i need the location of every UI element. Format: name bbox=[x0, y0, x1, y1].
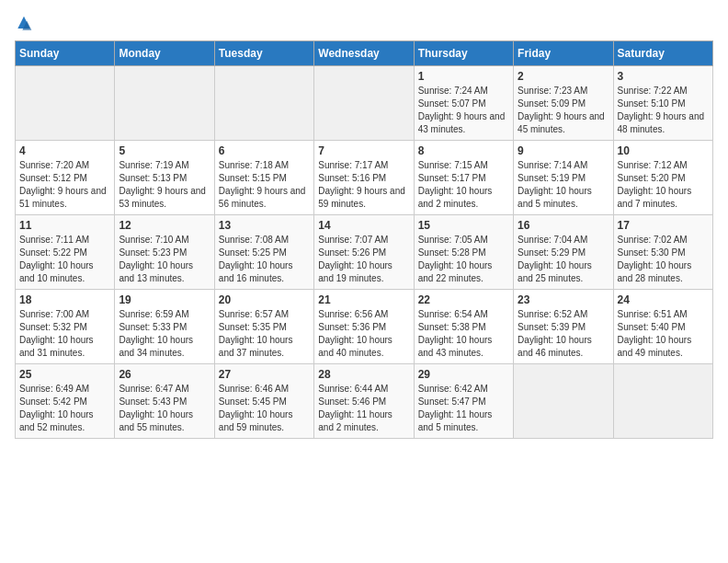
calendar-cell: 16Sunrise: 7:04 AMSunset: 5:29 PMDayligh… bbox=[514, 215, 613, 290]
day-number: 11 bbox=[19, 219, 110, 232]
day-number: 8 bbox=[418, 144, 509, 157]
weekday-header-wednesday: Wednesday bbox=[314, 41, 414, 66]
day-number: 27 bbox=[219, 368, 310, 381]
calendar-cell: 8Sunrise: 7:15 AMSunset: 5:17 PMDaylight… bbox=[414, 141, 513, 215]
day-number: 1 bbox=[418, 70, 509, 83]
day-info: Sunrise: 7:24 AMSunset: 5:07 PMDaylight:… bbox=[418, 85, 509, 136]
day-number: 17 bbox=[618, 219, 709, 232]
day-info: Sunrise: 7:17 AMSunset: 5:16 PMDaylight:… bbox=[318, 159, 409, 211]
day-number: 9 bbox=[518, 144, 609, 157]
day-number: 13 bbox=[219, 219, 310, 232]
calendar-week-row: 25Sunrise: 6:49 AMSunset: 5:42 PMDayligh… bbox=[16, 364, 713, 439]
day-info: Sunrise: 6:42 AMSunset: 5:47 PMDaylight:… bbox=[418, 383, 509, 434]
day-info: Sunrise: 6:54 AMSunset: 5:38 PMDaylight:… bbox=[418, 308, 509, 360]
calendar-week-row: 18Sunrise: 7:00 AMSunset: 5:32 PMDayligh… bbox=[16, 290, 713, 364]
page-header bbox=[15, 15, 713, 33]
day-number: 21 bbox=[318, 293, 409, 306]
calendar-cell bbox=[514, 364, 613, 439]
day-info: Sunrise: 7:23 AMSunset: 5:09 PMDaylight:… bbox=[518, 85, 609, 136]
day-number: 6 bbox=[219, 144, 310, 157]
day-number: 20 bbox=[219, 293, 310, 306]
day-info: Sunrise: 7:11 AMSunset: 5:22 PMDaylight:… bbox=[19, 234, 110, 285]
calendar-cell: 9Sunrise: 7:14 AMSunset: 5:19 PMDaylight… bbox=[514, 141, 613, 215]
day-info: Sunrise: 7:18 AMSunset: 5:15 PMDaylight:… bbox=[219, 159, 310, 211]
day-info: Sunrise: 7:22 AMSunset: 5:10 PMDaylight:… bbox=[618, 85, 709, 136]
general-blue-icon bbox=[15, 15, 33, 33]
day-number: 22 bbox=[418, 293, 509, 306]
day-number: 26 bbox=[119, 368, 210, 381]
calendar-cell bbox=[613, 364, 712, 439]
day-number: 15 bbox=[418, 219, 509, 232]
calendar-cell: 21Sunrise: 6:56 AMSunset: 5:36 PMDayligh… bbox=[314, 290, 414, 364]
calendar-cell: 10Sunrise: 7:12 AMSunset: 5:20 PMDayligh… bbox=[613, 141, 712, 215]
day-info: Sunrise: 6:47 AMSunset: 5:43 PMDaylight:… bbox=[119, 383, 210, 434]
weekday-header-thursday: Thursday bbox=[414, 41, 513, 66]
calendar-cell: 22Sunrise: 6:54 AMSunset: 5:38 PMDayligh… bbox=[414, 290, 513, 364]
day-info: Sunrise: 6:56 AMSunset: 5:36 PMDaylight:… bbox=[318, 308, 409, 360]
day-info: Sunrise: 7:02 AMSunset: 5:30 PMDaylight:… bbox=[618, 234, 709, 285]
day-info: Sunrise: 7:04 AMSunset: 5:29 PMDaylight:… bbox=[518, 234, 609, 285]
day-number: 19 bbox=[119, 293, 210, 306]
day-info: Sunrise: 6:44 AMSunset: 5:46 PMDaylight:… bbox=[318, 383, 409, 434]
day-info: Sunrise: 6:51 AMSunset: 5:40 PMDaylight:… bbox=[618, 308, 709, 360]
calendar-cell: 14Sunrise: 7:07 AMSunset: 5:26 PMDayligh… bbox=[314, 215, 414, 290]
calendar-week-row: 1Sunrise: 7:24 AMSunset: 5:07 PMDaylight… bbox=[16, 66, 713, 141]
day-number: 4 bbox=[19, 144, 110, 157]
calendar-header-row: SundayMondayTuesdayWednesdayThursdayFrid… bbox=[16, 41, 713, 66]
day-info: Sunrise: 7:12 AMSunset: 5:20 PMDaylight:… bbox=[618, 159, 709, 211]
day-number: 18 bbox=[19, 293, 110, 306]
calendar-cell: 1Sunrise: 7:24 AMSunset: 5:07 PMDaylight… bbox=[414, 66, 513, 141]
day-number: 28 bbox=[318, 368, 409, 381]
calendar-cell: 4Sunrise: 7:20 AMSunset: 5:12 PMDaylight… bbox=[16, 141, 115, 215]
weekday-header-sunday: Sunday bbox=[16, 41, 115, 66]
day-number: 7 bbox=[318, 144, 409, 157]
calendar-week-row: 11Sunrise: 7:11 AMSunset: 5:22 PMDayligh… bbox=[16, 215, 713, 290]
calendar-cell: 12Sunrise: 7:10 AMSunset: 5:23 PMDayligh… bbox=[115, 215, 214, 290]
calendar-cell: 27Sunrise: 6:46 AMSunset: 5:45 PMDayligh… bbox=[214, 364, 313, 439]
day-number: 14 bbox=[318, 219, 409, 232]
weekday-header-friday: Friday bbox=[514, 41, 613, 66]
day-number: 16 bbox=[518, 219, 609, 232]
day-number: 25 bbox=[19, 368, 110, 381]
calendar-cell: 20Sunrise: 6:57 AMSunset: 5:35 PMDayligh… bbox=[214, 290, 313, 364]
calendar-cell bbox=[16, 66, 115, 141]
calendar-cell: 26Sunrise: 6:47 AMSunset: 5:43 PMDayligh… bbox=[115, 364, 214, 439]
day-number: 24 bbox=[618, 293, 709, 306]
calendar-cell: 3Sunrise: 7:22 AMSunset: 5:10 PMDaylight… bbox=[613, 66, 712, 141]
day-number: 29 bbox=[418, 368, 509, 381]
day-number: 5 bbox=[119, 144, 210, 157]
calendar-cell: 25Sunrise: 6:49 AMSunset: 5:42 PMDayligh… bbox=[16, 364, 115, 439]
calendar-cell bbox=[314, 66, 414, 141]
calendar-cell: 5Sunrise: 7:19 AMSunset: 5:13 PMDaylight… bbox=[115, 141, 214, 215]
calendar-table: SundayMondayTuesdayWednesdayThursdayFrid… bbox=[15, 40, 713, 439]
calendar-cell: 18Sunrise: 7:00 AMSunset: 5:32 PMDayligh… bbox=[16, 290, 115, 364]
day-info: Sunrise: 7:05 AMSunset: 5:28 PMDaylight:… bbox=[418, 234, 509, 285]
calendar-cell: 29Sunrise: 6:42 AMSunset: 5:47 PMDayligh… bbox=[414, 364, 513, 439]
day-info: Sunrise: 7:14 AMSunset: 5:19 PMDaylight:… bbox=[518, 159, 609, 211]
day-info: Sunrise: 7:00 AMSunset: 5:32 PMDaylight:… bbox=[19, 308, 110, 360]
day-info: Sunrise: 6:57 AMSunset: 5:35 PMDaylight:… bbox=[219, 308, 310, 360]
calendar-cell: 13Sunrise: 7:08 AMSunset: 5:25 PMDayligh… bbox=[214, 215, 313, 290]
day-info: Sunrise: 7:10 AMSunset: 5:23 PMDaylight:… bbox=[119, 234, 210, 285]
day-info: Sunrise: 7:20 AMSunset: 5:12 PMDaylight:… bbox=[19, 159, 110, 211]
day-info: Sunrise: 6:59 AMSunset: 5:33 PMDaylight:… bbox=[119, 308, 210, 360]
day-number: 23 bbox=[518, 293, 609, 306]
calendar-cell: 7Sunrise: 7:17 AMSunset: 5:16 PMDaylight… bbox=[314, 141, 414, 215]
calendar-week-row: 4Sunrise: 7:20 AMSunset: 5:12 PMDaylight… bbox=[16, 141, 713, 215]
weekday-header-saturday: Saturday bbox=[613, 41, 712, 66]
day-info: Sunrise: 6:46 AMSunset: 5:45 PMDaylight:… bbox=[219, 383, 310, 434]
calendar-cell: 2Sunrise: 7:23 AMSunset: 5:09 PMDaylight… bbox=[514, 66, 613, 141]
day-info: Sunrise: 7:19 AMSunset: 5:13 PMDaylight:… bbox=[119, 159, 210, 211]
calendar-cell: 6Sunrise: 7:18 AMSunset: 5:15 PMDaylight… bbox=[214, 141, 313, 215]
calendar-cell: 28Sunrise: 6:44 AMSunset: 5:46 PMDayligh… bbox=[314, 364, 414, 439]
calendar-cell bbox=[115, 66, 214, 141]
day-number: 2 bbox=[518, 70, 609, 83]
day-info: Sunrise: 7:07 AMSunset: 5:26 PMDaylight:… bbox=[318, 234, 409, 285]
day-info: Sunrise: 7:08 AMSunset: 5:25 PMDaylight:… bbox=[219, 234, 310, 285]
calendar-cell: 24Sunrise: 6:51 AMSunset: 5:40 PMDayligh… bbox=[613, 290, 712, 364]
weekday-header-tuesday: Tuesday bbox=[214, 41, 313, 66]
calendar-cell: 11Sunrise: 7:11 AMSunset: 5:22 PMDayligh… bbox=[16, 215, 115, 290]
day-number: 12 bbox=[119, 219, 210, 232]
calendar-cell: 17Sunrise: 7:02 AMSunset: 5:30 PMDayligh… bbox=[613, 215, 712, 290]
logo bbox=[15, 15, 33, 33]
